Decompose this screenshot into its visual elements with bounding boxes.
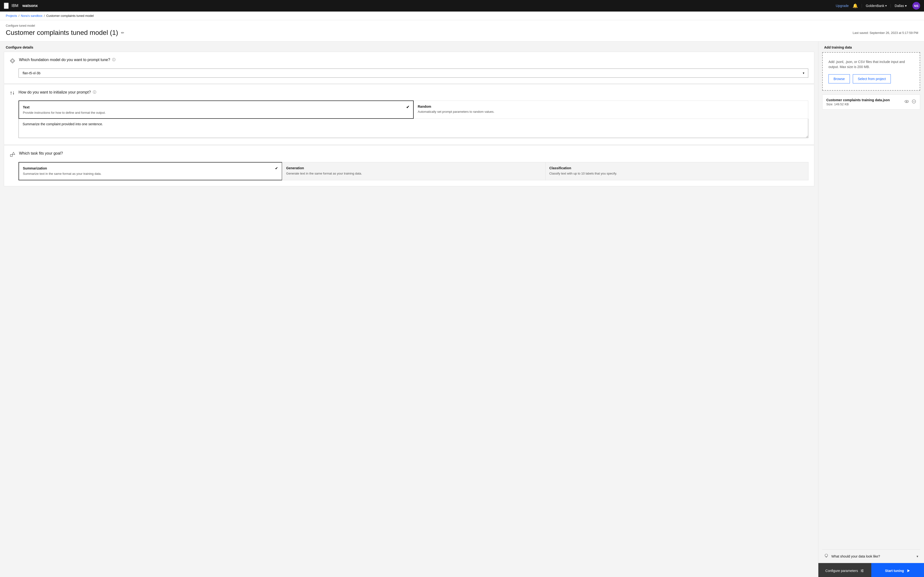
model-dropdown[interactable]: flan-t5-xl-3b (19, 69, 808, 77)
svg-point-4 (11, 92, 11, 93)
lightbulb-icon (824, 553, 829, 559)
upgrade-link[interactable]: Upgrade (836, 4, 849, 8)
prompt-option-text[interactable]: Text ✔ Provide instructions for how to d… (19, 100, 414, 119)
task-title: Which task fits your goal? (19, 151, 63, 156)
upload-description: Add .jsonl, .json, or CSV files that inc… (829, 60, 914, 69)
browse-button[interactable]: Browse (829, 74, 850, 84)
task-option-generation[interactable]: Generation Generate text in the same for… (282, 162, 545, 180)
breadcrumb-current: Customer complaints tuned model (46, 14, 94, 18)
select-from-project-button[interactable]: Select from project (853, 74, 891, 84)
data-hint-label: What should your data look like? (831, 554, 880, 558)
breadcrumb-separator-1: / (19, 14, 19, 18)
configure-parameters-button[interactable]: Configure parameters (818, 563, 871, 577)
init-prompt-title: How do you want to initialize your promp… (19, 90, 96, 95)
preview-file-button[interactable] (905, 99, 909, 105)
text-option-check-icon: ✔ (406, 105, 409, 110)
init-prompt-header: How do you want to initialize your promp… (10, 90, 808, 97)
bottom-bar: Configure parameters Start tuning (818, 563, 924, 577)
svg-point-19 (863, 571, 863, 572)
file-size: Size: 149.52 KB (826, 102, 890, 106)
upload-buttons: Browse Select from project (829, 74, 914, 84)
task-option-classification[interactable]: Classification Classify text with up to … (545, 162, 809, 180)
prompt-textarea[interactable]: Summarize the complaint provided into on… (19, 119, 808, 138)
page-subtitle: Configure tuned model (6, 24, 918, 27)
top-navigation: ☰ IBM watsonx Upgrade 🔔 GoldenBank ▾ Dal… (0, 0, 924, 11)
data-hint-toggle[interactable]: What should your data look like? ▾ (822, 553, 920, 559)
account-switcher[interactable]: GoldenBank ▾ (862, 4, 887, 8)
task-card: Which task fits your goal? Summarization… (4, 145, 814, 186)
right-panel: Add training data Add .jsonl, .json, or … (818, 42, 924, 577)
svg-point-9 (906, 101, 908, 102)
svg-point-5 (13, 93, 14, 94)
configure-params-label: Configure parameters (825, 569, 858, 573)
page-title: Customer complaints tuned model (1) (6, 29, 118, 37)
svg-marker-1 (11, 60, 14, 62)
task-options: Summarization ✔ Summarize text in the sa… (19, 162, 808, 180)
breadcrumb-separator-2: / (44, 14, 45, 18)
svg-point-8 (905, 100, 909, 103)
file-info: Customer complaints training data.json S… (826, 98, 890, 106)
page-header: Configure tuned model Customer complaint… (0, 20, 924, 42)
remove-file-button[interactable] (912, 99, 916, 105)
task-header: Which task fits your goal? (10, 151, 808, 158)
diamond-icon (10, 58, 15, 64)
add-training-data-label: Add training data (818, 42, 924, 52)
svg-marker-7 (12, 152, 15, 155)
left-panel: Configure details Which foundation model… (0, 42, 818, 577)
last-saved-text: Last saved: September 26, 2023 at 5:17:5… (853, 31, 918, 35)
region-switcher[interactable]: Dallas ▾ (890, 4, 907, 8)
svg-marker-20 (908, 569, 910, 572)
menu-icon[interactable]: ☰ (4, 3, 9, 9)
shapes-icon (10, 152, 15, 158)
account-chevron-icon: ▾ (885, 4, 887, 8)
svg-point-18 (861, 570, 862, 571)
prompt-option-random[interactable]: Random Automatically set prompt paramete… (414, 100, 808, 119)
file-name: Customer complaints training data.json (826, 98, 890, 102)
region-name: Dallas (895, 4, 904, 8)
configure-details-label: Configure details (0, 42, 818, 52)
prompt-options: Text ✔ Provide instructions for how to d… (19, 100, 808, 119)
account-name: GoldenBank (866, 4, 884, 8)
foundation-model-card: Which foundation model do you want to pr… (4, 52, 814, 84)
edit-title-icon[interactable]: ✏ (121, 31, 124, 35)
summarization-check-icon: ✔ (275, 166, 278, 170)
svg-rect-12 (825, 557, 827, 557)
svg-point-17 (863, 569, 863, 570)
svg-marker-0 (10, 58, 15, 63)
main-layout: Configure details Which foundation model… (0, 42, 924, 577)
init-prompt-info-icon[interactable]: ⓘ (93, 90, 96, 95)
foundation-model-title: Which foundation model do you want to pr… (19, 58, 115, 62)
brand-logo: IBM watsonx (11, 3, 38, 8)
task-option-summarization[interactable]: Summarization ✔ Summarize text in the sa… (19, 162, 282, 180)
data-hint-section: What should your data look like? ▾ (822, 550, 920, 563)
avatar[interactable]: NS (913, 2, 920, 10)
foundation-model-header: Which foundation model do you want to pr… (10, 58, 808, 64)
breadcrumb-sandbox-link[interactable]: Nora's sandbox (21, 14, 43, 18)
file-actions (905, 99, 916, 105)
breadcrumb: Projects / Nora's sandbox / Customer com… (0, 11, 924, 20)
uploaded-file-item: Customer complaints training data.json S… (822, 95, 920, 110)
init-prompt-card: How do you want to initialize your promp… (4, 84, 814, 145)
notifications-bell-icon[interactable]: 🔔 (853, 3, 858, 8)
sliders-icon (10, 91, 15, 97)
start-tuning-button[interactable]: Start tuning (871, 563, 924, 577)
region-chevron-icon: ▾ (905, 4, 907, 8)
foundation-model-info-icon[interactable]: ⓘ (112, 58, 115, 62)
breadcrumb-projects-link[interactable]: Projects (6, 14, 17, 18)
model-dropdown-wrapper: flan-t5-xl-3b (19, 69, 808, 77)
upload-zone: Add .jsonl, .json, or CSV files that inc… (822, 52, 920, 91)
start-tuning-label: Start tuning (885, 569, 904, 573)
data-hint-chevron-icon: ▾ (916, 554, 918, 558)
topnav-right: Upgrade 🔔 GoldenBank ▾ Dallas ▾ NS (836, 2, 920, 10)
right-panel-spacer (818, 110, 924, 550)
svg-rect-6 (10, 155, 12, 156)
